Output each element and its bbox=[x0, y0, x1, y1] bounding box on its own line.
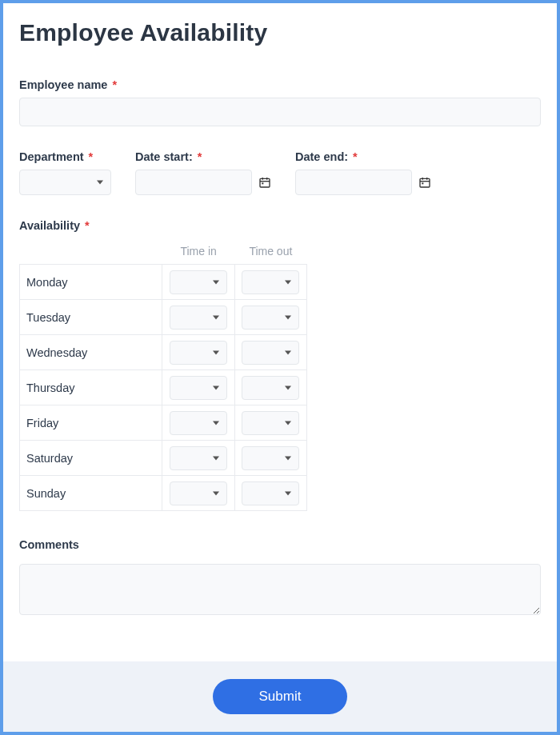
calendar-icon[interactable] bbox=[418, 176, 431, 189]
department-label: Department * bbox=[19, 150, 111, 163]
select-wrap bbox=[242, 411, 299, 435]
availability-time-in-select[interactable] bbox=[170, 341, 227, 365]
date-start-label-text: Date start: bbox=[135, 150, 193, 163]
availability-time-in-select[interactable] bbox=[170, 411, 227, 435]
availability-time-in-cell bbox=[162, 300, 234, 335]
availability-time-out-select[interactable] bbox=[242, 411, 299, 435]
field-date-end: Date end: * bbox=[295, 150, 431, 195]
comments-label: Comments bbox=[19, 538, 541, 551]
availability-time-out-cell bbox=[234, 476, 306, 511]
date-end-label: Date end: * bbox=[295, 150, 431, 163]
select-wrap bbox=[170, 270, 227, 294]
form-body: Employee Availability Employee name * De… bbox=[3, 3, 557, 661]
department-select[interactable] bbox=[19, 170, 111, 195]
select-wrap bbox=[170, 376, 227, 400]
availability-day-cell: Thursday bbox=[20, 370, 162, 405]
department-select-wrap bbox=[19, 170, 111, 195]
employee-name-input[interactable] bbox=[19, 98, 541, 126]
availability-row: Wednesday bbox=[20, 335, 307, 370]
field-department: Department * bbox=[19, 150, 111, 195]
availability-time-out-cell bbox=[234, 370, 306, 405]
select-wrap bbox=[170, 306, 227, 330]
date-start-label: Date start: * bbox=[135, 150, 271, 163]
svg-rect-5 bbox=[420, 178, 430, 187]
select-wrap bbox=[242, 376, 299, 400]
availability-day-cell: Friday bbox=[20, 405, 162, 441]
date-end-input[interactable] bbox=[295, 170, 412, 195]
availability-time-out-cell bbox=[234, 300, 306, 335]
department-label-text: Department bbox=[19, 150, 84, 163]
submit-button[interactable]: Submit bbox=[213, 679, 348, 714]
availability-table: Time in Time out MondayTuesdayWednesdayT… bbox=[19, 238, 307, 511]
availability-day-cell: Monday bbox=[20, 265, 162, 300]
svg-rect-4 bbox=[262, 182, 263, 184]
availability-row: Thursday bbox=[20, 370, 307, 405]
availability-time-in-select[interactable] bbox=[170, 376, 227, 400]
date-start-input[interactable] bbox=[135, 170, 252, 195]
date-start-row bbox=[135, 170, 271, 195]
availability-time-out-cell bbox=[234, 405, 306, 441]
date-end-label-text: Date end: bbox=[295, 150, 348, 163]
availability-day-cell: Wednesday bbox=[20, 335, 162, 370]
select-wrap bbox=[242, 341, 299, 365]
availability-time-out-cell bbox=[234, 441, 306, 476]
svg-rect-0 bbox=[260, 178, 270, 187]
availability-day-cell: Sunday bbox=[20, 476, 162, 511]
availability-time-in-cell bbox=[162, 441, 234, 476]
required-marker: * bbox=[112, 78, 117, 91]
availability-row: Tuesday bbox=[20, 300, 307, 335]
availability-time-out-select[interactable] bbox=[242, 376, 299, 400]
availability-label: Availability * bbox=[19, 219, 541, 232]
select-wrap bbox=[242, 270, 299, 294]
required-marker: * bbox=[353, 150, 358, 163]
availability-time-out-cell bbox=[234, 335, 306, 370]
employee-name-label-text: Employee name bbox=[19, 78, 107, 91]
availability-time-out-cell bbox=[234, 265, 306, 300]
availability-header-time-in: Time in bbox=[162, 238, 234, 265]
availability-day-cell: Tuesday bbox=[20, 300, 162, 335]
select-wrap bbox=[170, 481, 227, 505]
svg-rect-9 bbox=[422, 182, 423, 184]
date-end-row bbox=[295, 170, 431, 195]
required-marker: * bbox=[198, 150, 202, 163]
field-comments: Comments bbox=[19, 538, 541, 618]
form-footer: Submit bbox=[3, 661, 557, 732]
required-marker: * bbox=[89, 150, 94, 163]
availability-header-time-out: Time out bbox=[234, 238, 306, 265]
select-wrap bbox=[242, 306, 299, 330]
availability-time-out-select[interactable] bbox=[242, 446, 299, 470]
availability-time-in-cell bbox=[162, 265, 234, 300]
availability-header-blank bbox=[20, 238, 162, 265]
availability-day-cell: Saturday bbox=[20, 441, 162, 476]
availability-time-out-select[interactable] bbox=[242, 270, 299, 294]
availability-time-in-select[interactable] bbox=[170, 446, 227, 470]
availability-time-out-select[interactable] bbox=[242, 481, 299, 505]
row-dept-dates: Department * Date start: * bbox=[19, 150, 541, 195]
employee-name-label: Employee name * bbox=[19, 78, 541, 91]
calendar-icon[interactable] bbox=[258, 176, 271, 189]
availability-time-in-cell bbox=[162, 476, 234, 511]
availability-header-row: Time in Time out bbox=[20, 238, 307, 265]
availability-time-out-select[interactable] bbox=[242, 341, 299, 365]
field-date-start: Date start: * bbox=[135, 150, 271, 195]
select-wrap bbox=[170, 411, 227, 435]
availability-time-in-select[interactable] bbox=[170, 270, 227, 294]
availability-time-in-cell bbox=[162, 335, 234, 370]
availability-row: Saturday bbox=[20, 441, 307, 476]
availability-row: Friday bbox=[20, 405, 307, 441]
select-wrap bbox=[242, 446, 299, 470]
required-marker: * bbox=[85, 219, 90, 232]
form-frame: Employee Availability Employee name * De… bbox=[0, 0, 560, 735]
availability-time-in-cell bbox=[162, 405, 234, 441]
select-wrap bbox=[170, 446, 227, 470]
availability-time-in-cell bbox=[162, 370, 234, 405]
page-title: Employee Availability bbox=[19, 19, 541, 46]
availability-time-out-select[interactable] bbox=[242, 306, 299, 330]
availability-row: Sunday bbox=[20, 476, 307, 511]
comments-textarea[interactable] bbox=[19, 564, 541, 615]
select-wrap bbox=[170, 341, 227, 365]
availability-time-in-select[interactable] bbox=[170, 481, 227, 505]
availability-row: Monday bbox=[20, 265, 307, 300]
select-wrap bbox=[242, 481, 299, 505]
availability-time-in-select[interactable] bbox=[170, 306, 227, 330]
